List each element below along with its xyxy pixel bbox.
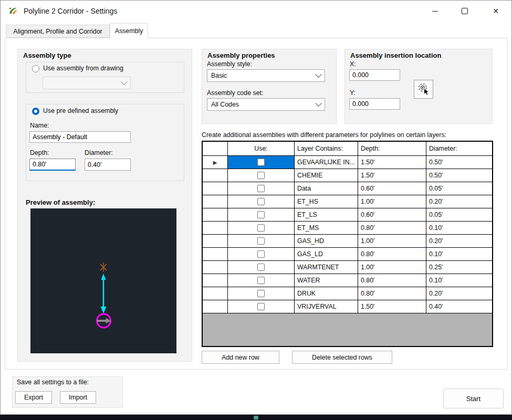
row-selector-cell[interactable]	[203, 274, 228, 287]
grid-cell-depth[interactable]: 0.60'	[358, 208, 426, 221]
table-row[interactable]: ▶ GEVAARLIJKE IN... 1.50' 0.50'	[203, 156, 492, 169]
minimize-button[interactable]	[423, 1, 447, 22]
import-button[interactable]: Import	[60, 391, 96, 404]
grid-cell-use[interactable]	[228, 287, 295, 300]
use-checkbox[interactable]	[257, 159, 265, 166]
grid-cell-depth[interactable]: 0.60'	[358, 182, 426, 195]
grid-cell-depth[interactable]: 0.80'	[358, 274, 426, 287]
table-row[interactable]: DRUK 0.80' 0.20'	[203, 287, 492, 300]
table-row[interactable]: ET_HS 1.00' 0.20'	[203, 195, 492, 208]
grid-cell-depth[interactable]: 1.00'	[358, 261, 426, 274]
grid-cell-layer[interactable]: VRIJVERVAL	[295, 300, 358, 313]
use-checkbox[interactable]	[257, 172, 265, 179]
grid-cell-use[interactable]	[228, 169, 295, 182]
grid-cell-use[interactable]	[228, 248, 295, 260]
table-row[interactable]: Data 0.60' 0.05'	[203, 182, 492, 195]
grid-cell-layer[interactable]: ET_MS	[295, 222, 358, 234]
grid-cell-use[interactable]	[228, 208, 295, 221]
table-row[interactable]: VRIJVERVAL 1.50' 0.40'	[203, 300, 492, 313]
table-row[interactable]: CHEMIE 1.50' 0.50'	[203, 169, 492, 182]
use-checkbox[interactable]	[257, 277, 265, 284]
grid-cell-layer[interactable]: GAS_LD	[295, 248, 358, 260]
grid-cell-diameter[interactable]: 0.40'	[426, 300, 492, 313]
maximize-button[interactable]	[453, 1, 477, 22]
grid-cell-layer[interactable]: ET_HS	[295, 195, 358, 208]
table-row[interactable]: ET_LS 0.60' 0.05'	[203, 208, 492, 222]
start-button[interactable]: Start	[443, 388, 504, 408]
grid-cell-depth[interactable]: 1.50'	[358, 169, 426, 182]
grid-cell-depth[interactable]: 1.00'	[358, 195, 426, 208]
grid-cell-use[interactable]	[228, 274, 295, 287]
table-row[interactable]: WATER 0.80' 0.10'	[203, 274, 492, 287]
use-checkbox[interactable]	[257, 303, 265, 310]
grid-cell-layer[interactable]: DRUK	[295, 287, 358, 300]
table-row[interactable]: WARMTENET 1.00' 0.25'	[203, 261, 492, 274]
add-new-row-button[interactable]: Add new row	[202, 351, 279, 364]
tab-assembly[interactable]: Assembly	[110, 23, 148, 38]
x-input[interactable]	[349, 69, 400, 81]
grid-cell-depth[interactable]: 1.00'	[358, 235, 426, 247]
grid-cell-layer[interactable]: CHEMIE	[295, 169, 358, 182]
row-selector-cell[interactable]	[203, 287, 228, 300]
row-selector-cell[interactable]	[203, 195, 228, 208]
use-checkbox[interactable]	[257, 290, 265, 297]
use-checkbox[interactable]	[257, 250, 265, 258]
grid-cell-diameter[interactable]: 0.10'	[426, 222, 492, 234]
grid-cell-diameter[interactable]: 0.05'	[426, 182, 492, 195]
pick-location-button[interactable]	[414, 80, 433, 99]
row-selector-cell[interactable]	[203, 182, 228, 195]
use-assembly-from-drawing-radio[interactable]	[32, 65, 39, 72]
grid-cell-diameter[interactable]: 0.20'	[426, 235, 492, 247]
row-selector-cell[interactable]	[203, 248, 228, 260]
delete-selected-rows-button[interactable]: Delete selected rows	[292, 351, 392, 364]
use-checkbox[interactable]	[257, 224, 265, 232]
table-row[interactable]: GAS_LD 0.80' 0.10'	[203, 248, 492, 261]
use-predefined-assembly-radio[interactable]	[32, 108, 39, 115]
row-selector-cell[interactable]	[203, 169, 228, 182]
grid-cell-layer[interactable]: GEVAARLIJKE IN...	[295, 156, 358, 169]
grid-cell-layer[interactable]: GAS_HD	[295, 235, 358, 247]
grid-cell-diameter[interactable]: 0.20'	[426, 195, 492, 208]
taskbar-app-icon[interactable]	[254, 416, 258, 419]
grid-cell-diameter[interactable]: 0.05'	[426, 208, 492, 221]
grid-cell-use[interactable]	[228, 182, 295, 195]
drawing-assembly-combobox[interactable]	[43, 77, 131, 89]
tab-alignment-profile-corridor[interactable]: Alignment, Profile and Corridor	[6, 25, 110, 38]
grid-cell-use[interactable]	[228, 261, 295, 274]
row-selector-cell[interactable]	[203, 300, 228, 313]
table-row[interactable]: GAS_HD 1.00' 0.20'	[203, 235, 492, 248]
grid-cell-layer[interactable]: Data	[295, 182, 358, 195]
row-selector-cell[interactable]	[203, 208, 228, 221]
assembly-style-combobox[interactable]: Basic	[207, 69, 325, 82]
use-checkbox[interactable]	[257, 198, 265, 205]
grid-cell-depth[interactable]: 0.80'	[358, 248, 426, 260]
export-button[interactable]: Export	[15, 391, 52, 404]
grid-cell-diameter[interactable]: 0.50'	[426, 169, 492, 182]
use-checkbox[interactable]	[257, 211, 265, 218]
grid-cell-depth[interactable]: 0.80'	[358, 287, 426, 300]
row-selector-cell[interactable]	[203, 222, 228, 234]
grid-cell-diameter[interactable]: 0.50'	[426, 156, 492, 169]
table-row[interactable]: ET_MS 0.80' 0.10'	[203, 222, 492, 235]
grid-cell-depth[interactable]: 0.80'	[358, 222, 426, 234]
grid-cell-depth[interactable]: 1.50'	[358, 156, 426, 169]
grid-cell-use[interactable]	[228, 156, 295, 169]
grid-cell-diameter[interactable]: 0.25'	[426, 261, 492, 274]
grid-cell-diameter[interactable]: 0.10'	[426, 274, 492, 287]
row-selector-cell[interactable]	[203, 261, 228, 274]
row-selector-cell[interactable]: ▶	[203, 156, 228, 169]
depth-input[interactable]	[29, 159, 76, 171]
grid-cell-layer[interactable]: WATER	[295, 274, 358, 287]
close-button[interactable]: ✕	[484, 1, 508, 22]
grid-cell-use[interactable]	[228, 300, 295, 313]
use-checkbox[interactable]	[257, 264, 265, 271]
grid-cell-depth[interactable]: 1.50'	[358, 300, 426, 313]
grid-cell-use[interactable]	[228, 195, 295, 208]
grid-cell-layer[interactable]: WARMTENET	[295, 261, 358, 274]
grid-cell-diameter[interactable]: 0.20'	[426, 287, 492, 300]
use-checkbox[interactable]	[257, 185, 265, 192]
assembly-code-set-combobox[interactable]: All Codes	[207, 98, 325, 111]
grid-cell-diameter[interactable]: 0.10'	[426, 248, 492, 260]
grid-cell-use[interactable]	[228, 222, 295, 234]
y-input[interactable]	[349, 98, 400, 110]
